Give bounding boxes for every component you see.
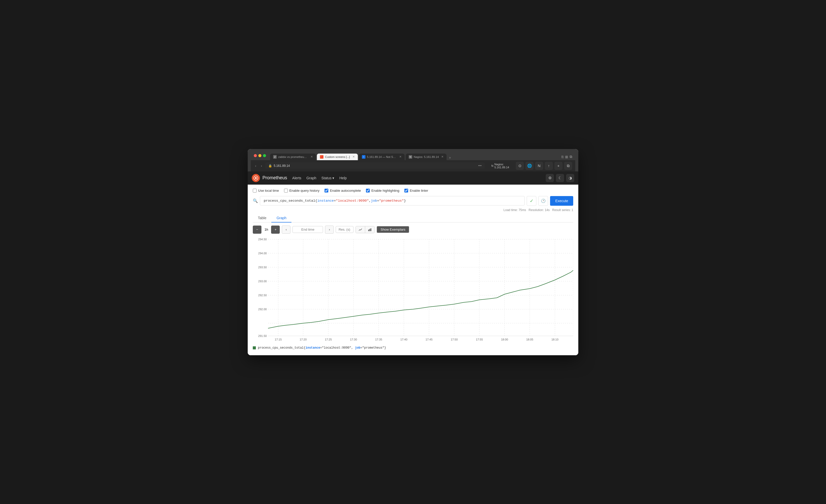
enable-highlighting-label: Enable highlighting	[371, 189, 399, 192]
resize-button[interactable]: ⧉	[570, 154, 572, 159]
history-button[interactable]: 🕐	[538, 196, 548, 206]
svg-text:293.50: 293.50	[258, 266, 267, 269]
toolbar-icon-2[interactable]: 🌐	[525, 162, 534, 170]
enable-highlighting-checkbox[interactable]	[366, 189, 370, 192]
prev-time-button[interactable]: ‹	[282, 226, 290, 234]
forward-button[interactable]: ›	[260, 163, 263, 168]
tab-close-nagios[interactable]: ✕	[441, 155, 444, 159]
contrast-icon-btn[interactable]: ◑	[566, 174, 574, 182]
address-menu-icon[interactable]: •••	[478, 164, 482, 168]
toolbar-icon-1[interactable]: ⊙	[516, 162, 524, 170]
tab-favicon-ip: !	[362, 155, 365, 159]
legend-metric: process_cpu_seconds_total{instance="loca…	[258, 346, 386, 350]
traffic-lights	[254, 154, 266, 157]
next-time-button[interactable]: ›	[325, 226, 334, 234]
nav-link-help[interactable]: Help	[339, 175, 347, 181]
chart-line	[268, 270, 573, 328]
use-local-time-checkbox[interactable]	[253, 189, 256, 192]
chart-svg: 294.50 294.00 293.50 293.00 292.50 292.0…	[253, 237, 573, 343]
nav-link-alerts[interactable]: Alerts	[292, 175, 301, 181]
show-exemplars-button[interactable]: Show Exemplars	[377, 226, 409, 233]
new-tab-button[interactable]: +	[448, 155, 452, 160]
tab-close-ip[interactable]: ✕	[399, 155, 402, 159]
nav-link-graph[interactable]: Graph	[306, 175, 316, 181]
options-row: Use local time Enable query history Enab…	[253, 189, 573, 192]
bar-chart-button[interactable]	[365, 226, 374, 233]
svg-text:17:40: 17:40	[400, 338, 407, 341]
enable-highlighting-option[interactable]: Enable highlighting	[366, 189, 399, 192]
nagios-label: Nagios: 5.161.89.14	[494, 163, 509, 169]
svg-rect-2	[368, 230, 369, 231]
toolbar-icon-3[interactable]: N	[535, 162, 543, 170]
enable-autocomplete-label: Enable autocomplete	[330, 189, 361, 192]
nav-link-status[interactable]: Status ▾	[321, 175, 335, 181]
result-tabs: Table Graph	[253, 214, 573, 223]
tab-label-custom-screens: Custom screens [...]	[325, 155, 350, 159]
tab-favicon-custom-screens: 🔴	[320, 155, 323, 159]
legend-color-swatch	[253, 346, 256, 350]
browser-tab-nagios[interactable]: N Nagios: 5.161.89.14 ✕	[406, 153, 447, 160]
status-dropdown-icon: ▾	[333, 176, 334, 180]
verify-button[interactable]: ✓	[527, 196, 536, 206]
enable-query-history-checkbox[interactable]	[284, 189, 288, 192]
enable-linter-checkbox[interactable]	[404, 189, 408, 192]
extensions-button[interactable]: ⊞	[565, 155, 568, 159]
line-chart-button[interactable]	[356, 226, 365, 233]
tab-label-nagios: Nagios: 5.161.89.14	[414, 155, 439, 159]
chart-type-buttons	[356, 226, 374, 233]
plus-button[interactable]: +	[271, 226, 280, 234]
lock-icon: 🔒	[268, 164, 272, 168]
maximize-traffic-light[interactable]	[263, 154, 266, 157]
enable-query-history-option[interactable]: Enable query history	[284, 189, 320, 192]
query-input-display[interactable]: process_cpu_seconds_total{instance="loca…	[260, 196, 525, 205]
resolution-input[interactable]	[336, 226, 353, 233]
enable-autocomplete-option[interactable]: Enable autocomplete	[324, 189, 361, 192]
minimize-traffic-light[interactable]	[258, 154, 261, 157]
prometheus-logo-text: Prometheus	[262, 175, 287, 181]
legend-row: process_cpu_seconds_total{instance="loca…	[253, 343, 573, 351]
enable-linter-option[interactable]: Enable linter	[404, 189, 428, 192]
dark-mode-icon-btn[interactable]: ☾	[556, 174, 564, 182]
svg-rect-3	[369, 229, 370, 231]
browser-tab-ip[interactable]: ! 5.161.89.14 — Not Secure ✕	[359, 153, 405, 160]
app-content: Prometheus Alerts Graph Status ▾ Help ⚙ …	[248, 171, 578, 355]
enable-autocomplete-checkbox[interactable]	[324, 189, 328, 192]
toolbar-icon-resize[interactable]: ⧉	[564, 162, 572, 170]
svg-text:17:55: 17:55	[476, 338, 483, 341]
tab-table[interactable]: Table	[253, 214, 271, 223]
browser-window: Z zabbix vs prometheus vs n... ✕ 🔴 Custo…	[248, 149, 578, 355]
svg-text:17:50: 17:50	[451, 338, 458, 341]
back-button[interactable]: ‹	[254, 163, 257, 168]
svg-text:17:20: 17:20	[300, 338, 307, 341]
tab-close-custom-screens[interactable]: ✕	[352, 155, 355, 159]
extra-tab-nagios[interactable]: N Nagios: 5.161.89.14	[489, 162, 512, 170]
svg-text:291.50: 291.50	[258, 334, 267, 337]
enable-linter-label: Enable linter	[410, 189, 428, 192]
svg-text:294.00: 294.00	[258, 252, 267, 255]
close-traffic-light[interactable]	[254, 154, 257, 157]
tab-close-zabbix[interactable]: ✕	[310, 155, 313, 159]
result-series-text: Result series: 1	[552, 208, 573, 212]
toolbar-icon-new-tab[interactable]: +	[554, 162, 563, 170]
address-text: 5.161.89.14	[274, 164, 290, 168]
execute-button[interactable]: Execute	[550, 196, 573, 206]
toolbar-icon-upload[interactable]: ↑	[545, 162, 553, 170]
settings-icon-btn[interactable]: ⚙	[546, 174, 554, 182]
tab-graph[interactable]: Graph	[271, 214, 291, 223]
browser-tab-custom-screens[interactable]: 🔴 Custom screens [...] ✕	[317, 153, 358, 160]
minus-button[interactable]: −	[253, 226, 261, 234]
svg-rect-4	[370, 228, 371, 231]
end-time-input[interactable]	[292, 226, 323, 233]
use-local-time-option[interactable]: Use local time	[253, 189, 279, 192]
svg-point-1	[255, 177, 257, 179]
svg-text:17:30: 17:30	[350, 338, 357, 341]
prometheus-logo: Prometheus	[252, 174, 287, 182]
duration-label: 1h	[263, 228, 269, 232]
svg-text:292.50: 292.50	[258, 294, 267, 297]
address-bar[interactable]: 🔒 5.161.89.14 •••	[265, 163, 485, 169]
tab-favicon-nagios: N	[409, 155, 412, 159]
svg-text:17:45: 17:45	[425, 338, 432, 341]
share-button[interactable]: ⎘	[562, 155, 564, 159]
enable-query-history-label: Enable query history	[289, 189, 320, 192]
browser-tab-zabbix[interactable]: Z zabbix vs prometheus vs n... ✕	[270, 153, 316, 160]
